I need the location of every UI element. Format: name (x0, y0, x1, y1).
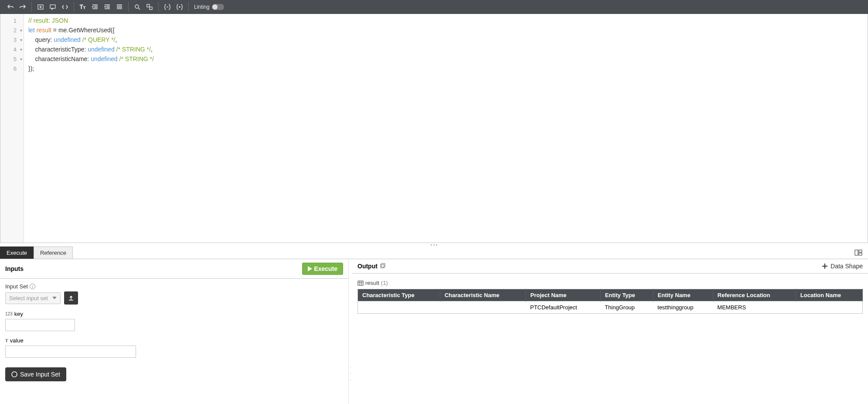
gutter-line: 5▾ (0, 54, 24, 64)
vertical-splitter[interactable]: ··· (349, 259, 352, 404)
result-label: result (365, 280, 379, 286)
popout-icon[interactable] (380, 263, 385, 269)
tab-execute[interactable]: Execute (0, 247, 34, 259)
table-cell: testthinggroup (653, 301, 713, 314)
svg-rect-5 (147, 4, 150, 7)
gutter-line: 6 (0, 64, 24, 73)
code-button[interactable] (60, 2, 70, 12)
gutter-line: 3▾ (0, 35, 24, 45)
table-cell: ThingGroup (600, 301, 653, 314)
table-icon (357, 280, 364, 286)
svg-rect-13 (358, 281, 363, 285)
key-type-prefix: 123 (5, 312, 13, 316)
code-line[interactable]: }); (28, 64, 863, 73)
fold-button[interactable] (162, 2, 173, 12)
value-field-label: value (10, 337, 24, 344)
data-shape-button[interactable]: Data Shape (822, 263, 863, 270)
gutter-line: 1 (0, 16, 24, 25)
svg-rect-7 (855, 250, 858, 255)
column-header[interactable]: Project Name (526, 289, 600, 301)
code-line[interactable]: // result: JSON (28, 16, 863, 25)
result-table: Characteristic TypeCharacteristic NamePr… (357, 289, 863, 314)
table-cell (440, 301, 526, 314)
indent-left-button[interactable] (90, 2, 100, 12)
code-area[interactable]: // result: JSONlet result = me.GetWhereU… (24, 14, 868, 243)
fold-caret-icon[interactable]: ▾ (20, 57, 22, 62)
execute-button-label: Execute (314, 265, 337, 272)
svg-point-4 (135, 5, 139, 8)
editor-toolbar: TT Linting (0, 0, 868, 14)
svg-rect-1 (50, 5, 55, 8)
select-input-set-placeholder: Select input set (9, 295, 48, 301)
value-type-prefix: T (5, 338, 8, 343)
inputs-title: Inputs (5, 265, 24, 272)
column-header[interactable]: Entity Type (600, 289, 653, 301)
code-line[interactable]: let result = me.GetWhereUsed({ (28, 25, 863, 35)
table-cell: MEMBERS (713, 301, 796, 314)
table-cell (358, 301, 440, 314)
select-input-set-dropdown[interactable]: Select input set (5, 292, 61, 304)
linting-label: Linting (194, 4, 209, 10)
value-input[interactable] (5, 346, 136, 358)
gutter-line: 4▾ (0, 45, 24, 54)
code-line[interactable]: characteristicType: undefined /* STRING … (28, 45, 863, 54)
undo-button[interactable] (5, 2, 16, 12)
key-field-label: key (14, 311, 23, 317)
column-header[interactable]: Location Name (796, 289, 862, 301)
table-row[interactable]: PTCDefaultProjectThingGrouptestthinggrou… (358, 301, 863, 314)
table-cell: PTCDefaultProject (526, 301, 600, 314)
column-header[interactable]: Reference Location (713, 289, 796, 301)
svg-text:T: T (80, 4, 83, 10)
gutter: 12▾3▾4▾5▾6 (0, 14, 24, 243)
gutter-line: 2▾ (0, 25, 24, 35)
redo-button[interactable] (17, 2, 28, 12)
unfold-button[interactable] (174, 2, 185, 12)
key-input[interactable] (5, 319, 75, 331)
code-line[interactable]: characteristicName: undefined /* STRING … (28, 54, 863, 64)
linting-toggle[interactable] (212, 4, 224, 10)
fold-caret-icon[interactable]: ▾ (20, 28, 22, 33)
replace-button[interactable] (144, 2, 155, 12)
save-input-set-button[interactable]: Save Input Set (5, 367, 66, 381)
table-body: PTCDefaultProjectThingGrouptestthinggrou… (358, 301, 863, 314)
column-header[interactable]: Characteristic Name (440, 289, 526, 301)
horizontal-splitter[interactable]: • • • (0, 243, 868, 247)
column-header[interactable]: Entity Name (653, 289, 713, 301)
column-header[interactable]: Characteristic Type (358, 289, 440, 301)
data-shape-label: Data Shape (831, 263, 863, 270)
svg-rect-11 (381, 264, 384, 268)
search-button[interactable] (132, 2, 143, 12)
fold-caret-icon[interactable]: ▾ (20, 47, 22, 52)
add-snippet-button[interactable] (35, 2, 46, 12)
font-size-button[interactable]: TT (78, 2, 88, 12)
justify-button[interactable] (114, 2, 125, 12)
svg-text:T: T (83, 6, 85, 10)
execute-button[interactable]: Execute (302, 263, 343, 275)
svg-point-10 (12, 372, 17, 377)
table-header-row: Characteristic TypeCharacteristic NamePr… (358, 289, 863, 301)
comment-button[interactable] (48, 2, 58, 12)
svg-rect-9 (859, 253, 862, 255)
inputs-panel: Inputs Execute Input Set i Select input … (0, 259, 349, 404)
fold-caret-icon[interactable]: ▾ (20, 38, 22, 42)
code-editor[interactable]: 12▾3▾4▾5▾6 // result: JSONlet result = m… (0, 14, 868, 243)
output-panel: Output Data Shape result (1) Characteris… (352, 259, 868, 404)
svg-rect-8 (859, 250, 862, 252)
code-line[interactable]: query: undefined /* QUERY */, (28, 35, 863, 45)
svg-rect-12 (381, 264, 385, 267)
info-icon[interactable]: i (30, 284, 35, 289)
svg-rect-6 (150, 7, 152, 10)
upload-input-set-button[interactable] (64, 291, 78, 305)
indent-right-button[interactable] (102, 2, 112, 12)
layout-toggle-icon[interactable] (854, 248, 863, 257)
tabs-row: Execute Reference (0, 247, 868, 259)
save-input-set-label: Save Input Set (20, 371, 60, 378)
input-set-label: Input Set (5, 283, 28, 290)
result-count: (1) (381, 280, 388, 286)
table-cell (796, 301, 862, 314)
tab-reference[interactable]: Reference (34, 247, 73, 259)
output-title: Output (357, 263, 378, 270)
